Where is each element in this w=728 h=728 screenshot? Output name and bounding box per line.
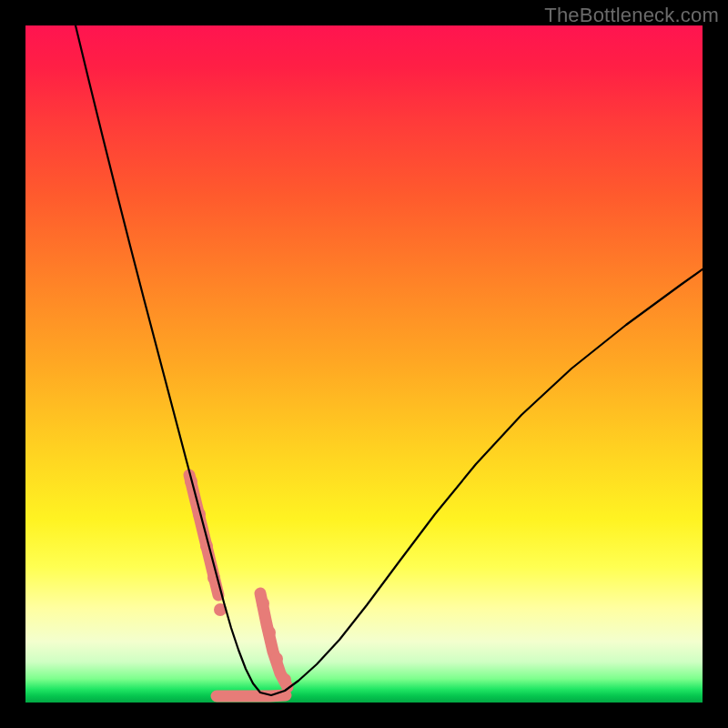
bottleneck-curve-line [76, 25, 703, 695]
marker-dot [257, 597, 269, 610]
plot-area [25, 25, 703, 703]
marker-dot [278, 673, 291, 686]
watermark-text: TheBottleneck.com [544, 4, 719, 27]
bottleneck-chart-svg [25, 25, 703, 703]
marker-floor [217, 695, 286, 696]
marker-dot [263, 626, 276, 639]
optimal-region-marker [185, 475, 291, 696]
marker-dot [270, 652, 283, 665]
